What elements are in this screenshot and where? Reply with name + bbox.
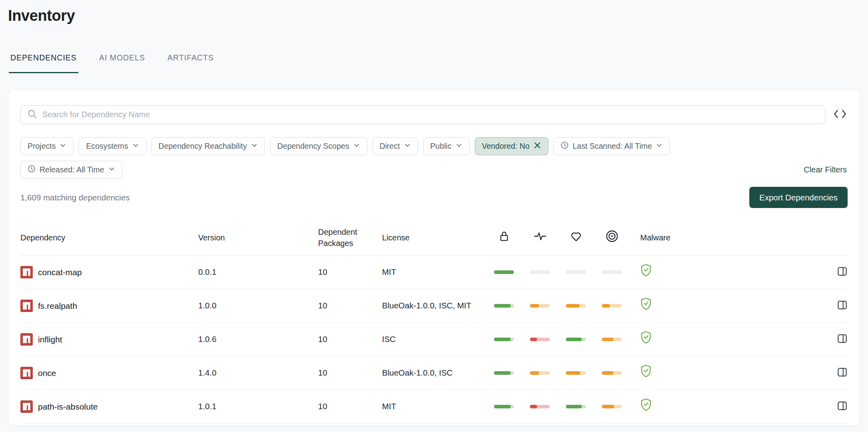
column-header-license: License	[382, 232, 486, 243]
score-bar	[530, 338, 550, 341]
lock-icon	[498, 230, 510, 245]
table-row[interactable]: once 1.4.0 10 BlueOak-1.0.0, ISC	[20, 356, 848, 390]
supply-chain-score	[486, 400, 522, 412]
column-header-malware: Malware	[630, 232, 702, 243]
dependent-packages-count: 10	[318, 266, 382, 278]
dependency-name: concat-map	[38, 266, 82, 278]
filter-chip[interactable]: Last Scanned: All Time	[553, 137, 670, 155]
dependent-packages-count: 10	[318, 300, 382, 312]
dependency-license: BlueOak-1.0.0, ISC, MIT	[382, 300, 486, 312]
side-panel-icon	[837, 367, 848, 379]
search-box	[20, 105, 825, 124]
dependent-packages-count: 10	[318, 333, 382, 345]
filter-chip[interactable]: Public	[423, 137, 470, 155]
tab-ai-models[interactable]: AI MODELS	[98, 49, 147, 73]
open-details-panel-button[interactable]	[837, 400, 848, 412]
score-bar	[566, 304, 586, 308]
maintenance-score	[558, 400, 594, 412]
filter-chip[interactable]: Dependency Scopes	[270, 137, 367, 155]
score-bar	[530, 371, 550, 375]
table-row[interactable]: inflight 1.0.6 10 ISC	[20, 323, 848, 356]
dependency-license: MIT	[382, 266, 486, 278]
quality-score	[522, 367, 558, 379]
side-panel-icon	[837, 266, 848, 278]
inventory-page: Inventory DEPENDENCIES AI MODELS ARTIFAC…	[0, 0, 868, 426]
score-bar	[566, 270, 586, 274]
shield-check-icon	[640, 297, 652, 314]
side-panel-icon	[837, 300, 848, 312]
score-bar	[494, 270, 514, 274]
npm-icon	[20, 367, 33, 379]
filter-chip[interactable]: Direct	[372, 137, 418, 155]
npm-icon	[20, 400, 33, 413]
dependency-version: 0.0.1	[198, 266, 318, 278]
code-icon	[833, 109, 847, 120]
column-header-dependent-packages: Dependent Packages	[318, 226, 382, 249]
open-details-panel-button[interactable]	[837, 266, 848, 278]
open-details-panel-button[interactable]	[837, 300, 848, 312]
clear-filters-link[interactable]: Clear Filters	[803, 164, 848, 176]
filter-chip-label: Vendored: No	[482, 142, 530, 151]
tab-artifacts[interactable]: ARTIFACTS	[166, 49, 215, 73]
chevron-down-icon	[251, 142, 258, 151]
filter-chip-label: Direct	[380, 142, 400, 151]
score-bar	[602, 405, 622, 408]
dependency-name: fs.realpath	[38, 300, 77, 312]
score-bar	[602, 304, 622, 308]
score-bar	[566, 338, 586, 341]
quality-score	[522, 333, 558, 345]
chevron-down-icon	[456, 142, 462, 151]
table-row[interactable]: concat-map 0.0.1 10 MIT	[20, 256, 848, 289]
filter-chip-label: Last Scanned: All Time	[573, 142, 652, 151]
code-query-button[interactable]	[832, 108, 848, 121]
dependency-license: MIT	[382, 400, 486, 412]
column-header-dependency: Dependency	[20, 232, 198, 243]
dependency-version: 1.0.1	[198, 400, 318, 412]
score-bar	[494, 338, 514, 341]
dependencies-card: Projects Ecosystems Dependency Reachabil…	[8, 89, 860, 426]
shield-check-icon	[640, 398, 652, 415]
dependency-version: 1.0.0	[198, 300, 318, 312]
tab-dependencies[interactable]: DEPENDENCIES	[9, 49, 78, 73]
results-actions-row: 1,609 matching dependencies Export Depen…	[20, 187, 848, 208]
shield-check-icon	[640, 364, 652, 381]
filter-chip[interactable]: Projects	[20, 137, 74, 155]
score-bar	[566, 371, 586, 375]
export-dependencies-button[interactable]: Export Dependencies	[749, 187, 848, 208]
side-panel-icon	[837, 333, 848, 345]
target-icon	[605, 230, 619, 246]
filter-chip-label: Dependency Reachability	[159, 142, 247, 151]
filter-chip[interactable]: Dependency Reachability	[151, 137, 265, 155]
clock-icon	[28, 165, 36, 175]
filter-chip-row-1: Projects Ecosystems Dependency Reachabil…	[20, 137, 848, 155]
close-icon[interactable]	[534, 142, 541, 151]
table-row[interactable]: fs.realpath 1.0.0 10 BlueOak-1.0.0, ISC,…	[20, 289, 848, 323]
supply-chain-score	[486, 300, 522, 312]
filter-chip[interactable]: Vendored: No	[475, 137, 548, 155]
table-row[interactable]: path-is-absolute 1.0.1 10 MIT	[20, 390, 848, 424]
matching-count: 1,609 matching dependencies	[20, 193, 130, 202]
dependencies-table: Dependency Version Dependent Packages Li…	[20, 222, 848, 424]
filter-chip[interactable]: Ecosystems	[79, 137, 146, 155]
score-bar	[566, 405, 586, 408]
dependent-packages-count: 10	[318, 367, 382, 379]
dependency-version: 1.0.6	[198, 333, 318, 345]
dependency-name: path-is-absolute	[38, 401, 98, 413]
quality-score	[522, 266, 558, 278]
vulnerability-score	[594, 266, 630, 278]
column-header-version: Version	[198, 232, 318, 243]
filter-chip-label: Ecosystems	[86, 142, 128, 151]
search-row	[20, 105, 848, 124]
shield-check-icon	[640, 331, 652, 348]
open-details-panel-button[interactable]	[837, 367, 848, 379]
maintenance-score	[558, 367, 594, 379]
maintenance-score	[558, 266, 594, 278]
dependent-packages-count: 10	[318, 400, 382, 412]
search-icon	[27, 108, 38, 121]
shield-check-icon	[640, 264, 652, 280]
open-details-panel-button[interactable]	[837, 333, 848, 345]
table-header: Dependency Version Dependent Packages Li…	[20, 222, 848, 256]
filter-chip-label: Dependency Scopes	[277, 142, 349, 151]
filter-chip[interactable]: Released: All Time	[20, 161, 122, 179]
search-input[interactable]	[20, 105, 825, 124]
